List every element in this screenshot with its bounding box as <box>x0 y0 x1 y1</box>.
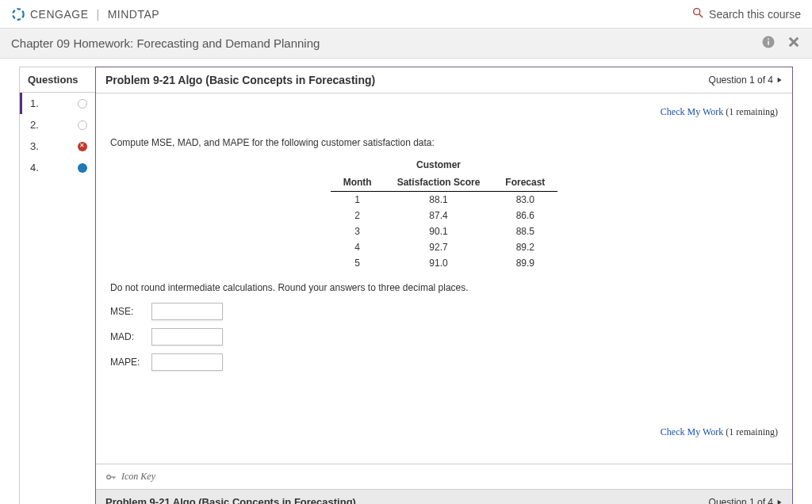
status-current-icon <box>78 163 87 173</box>
icon-key-row[interactable]: Icon Key <box>96 464 792 489</box>
question-number: 2. <box>27 119 39 131</box>
question-number: 4. <box>27 162 39 174</box>
check-remaining: (1 remaining) <box>723 426 778 437</box>
data-table: Customer Month Satisfaction Score Foreca… <box>331 156 558 271</box>
question-nav-3[interactable]: 3. <box>20 136 95 157</box>
icon-key-label: Icon Key <box>121 471 155 483</box>
problem-panel: Problem 9-21 Algo (Basic Concepts in For… <box>95 67 793 504</box>
mape-input[interactable] <box>151 353 223 371</box>
table-row: 188.183.0 <box>331 192 558 208</box>
next-triangle-icon <box>776 499 783 505</box>
brand: CENGAGE | MINDTAP <box>11 7 159 21</box>
check-my-work-link[interactable]: Check My Work <box>661 106 723 117</box>
svg-point-1 <box>694 9 700 15</box>
col-forecast: Forecast <box>492 174 557 192</box>
chapter-bar: Chapter 09 Homework: Forecasting and Dem… <box>0 29 812 59</box>
question-nav-4[interactable]: 4. <box>20 157 95 178</box>
svg-rect-4 <box>768 41 769 45</box>
svg-point-0 <box>13 9 24 20</box>
col-month: Month <box>331 174 385 192</box>
check-my-work-bottom[interactable]: Check My Work (1 remaining) <box>110 426 778 438</box>
question-number: 3. <box>27 140 39 152</box>
status-error-icon <box>78 142 87 151</box>
mape-label: MAPE: <box>110 357 151 368</box>
questions-header: Questions <box>20 67 95 93</box>
status-open-icon <box>78 120 87 130</box>
question-position-top[interactable]: Question 1 of 4 <box>709 74 783 86</box>
problem-footer: Problem 9-21 Algo (Basic Concepts in For… <box>96 489 792 504</box>
table-row: 390.188.5 <box>331 223 558 239</box>
mad-input[interactable] <box>151 328 223 346</box>
problem-title: Problem 9-21 Algo (Basic Concepts in For… <box>105 74 375 86</box>
col-score: Satisfaction Score <box>385 174 493 192</box>
question-position-bottom[interactable]: Question 1 of 4 <box>709 497 783 505</box>
top-bar: CENGAGE | MINDTAP Search this course <box>0 0 812 29</box>
svg-line-2 <box>699 14 703 17</box>
brand-name-1: CENGAGE <box>30 8 89 21</box>
check-remaining: (1 remaining) <box>723 106 778 117</box>
table-row: 287.486.6 <box>331 208 558 223</box>
search-course[interactable]: Search this course <box>691 6 801 21</box>
questions-sidebar: Questions 1. 2. 3. 4. <box>19 67 95 504</box>
problem-header: Problem 9-21 Algo (Basic Concepts in For… <box>96 67 792 94</box>
info-icon[interactable] <box>761 35 776 52</box>
table-row: 591.089.9 <box>331 255 558 271</box>
check-my-work-top[interactable]: Check My Work (1 remaining) <box>110 106 778 118</box>
problem-body: Check My Work (1 remaining) Compute MSE,… <box>96 94 792 464</box>
table-row: 492.789.2 <box>331 239 558 255</box>
brand-name-2: MINDTAP <box>108 8 159 21</box>
key-icon <box>105 472 117 483</box>
question-nav-2[interactable]: 2. <box>20 114 95 136</box>
question-number: 1. <box>27 97 39 109</box>
footer-title: Problem 9-21 Algo (Basic Concepts in For… <box>105 496 356 504</box>
mse-input[interactable] <box>151 303 223 320</box>
mse-label: MSE: <box>110 306 151 317</box>
check-my-work-link[interactable]: Check My Work <box>661 426 723 437</box>
svg-rect-5 <box>768 39 769 40</box>
search-icon <box>691 6 704 21</box>
next-triangle-icon <box>776 77 783 83</box>
answer-inputs: MSE: MAD: MAPE: <box>110 303 778 371</box>
col-customer-top: Customer <box>385 156 493 174</box>
rounding-note: Do not round intermediate calculations. … <box>110 282 778 293</box>
close-icon[interactable] <box>787 35 801 52</box>
mad-label: MAD: <box>110 331 151 342</box>
question-nav-1[interactable]: 1. <box>20 93 95 114</box>
problem-instruction: Compute MSE, MAD, and MAPE for the follo… <box>110 137 778 148</box>
status-open-icon <box>78 99 87 109</box>
chapter-title: Chapter 09 Homework: Forecasting and Dem… <box>11 36 320 50</box>
main-area: Questions 1. 2. 3. 4. Problem 9-21 Algo … <box>0 59 812 504</box>
search-placeholder: Search this course <box>709 8 801 21</box>
svg-point-6 <box>107 475 111 479</box>
brand-separator: | <box>97 8 100 21</box>
cengage-logo-icon <box>11 7 25 21</box>
